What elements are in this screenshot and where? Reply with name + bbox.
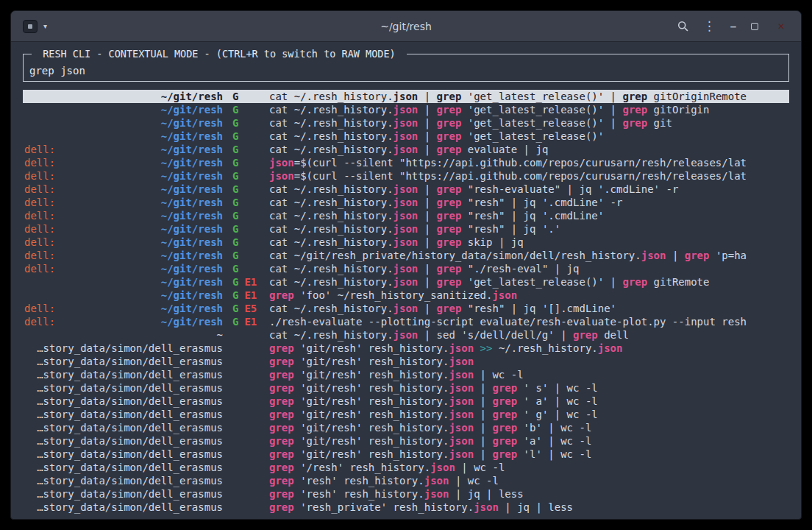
history-row[interactable]: ~/git/resh G cat ~/.resh_history.json | … [23, 130, 789, 143]
history-row[interactable]: dell: ~/git/resh G json=$(curl --silent … [23, 156, 789, 169]
host-label: dell: [24, 222, 55, 236]
history-row[interactable]: dell: ~/git/resh G cat ~/.resh_history.j… [23, 143, 789, 156]
query-match: grep [437, 144, 462, 155]
command-text: cat ~/.resh_history.json | grep "resh" |… [269, 302, 789, 315]
tab-dropdown-caret-icon: ▾ [43, 23, 47, 30]
history-row[interactable]: …story_data/simon/dell_erasmus grep 'res… [23, 487, 789, 501]
command-text: grep 'git/resh' resh_history.json [269, 355, 789, 368]
directory-label: ~/git/resh [161, 315, 223, 328]
menu-button[interactable]: ⋮ [703, 20, 716, 32]
restore-button[interactable] [751, 23, 758, 30]
context-cell: dell: ~/git/resh [23, 209, 223, 222]
directory-label: ~/git/resh [161, 116, 223, 130]
command-text: grep 'resh_private' resh_history.json | … [269, 501, 789, 514]
history-row[interactable]: …story_data/simon/dell_erasmus grep 'git… [23, 434, 789, 448]
context-cell: dell: ~/git/resh [23, 143, 223, 156]
command-text: json=$(curl --silent "https://api.github… [269, 156, 789, 169]
history-row[interactable]: …story_data/simon/dell_erasmus grep 'git… [23, 448, 789, 461]
query-match: json [449, 395, 474, 407]
terminal-tab-button[interactable]: ▾ [23, 20, 47, 33]
query-match: json [393, 263, 419, 275]
exit-error-flag: E1 [244, 315, 257, 328]
query-match: grep [269, 356, 294, 367]
flags-cell: G [223, 103, 269, 116]
command-text: cat ~/git/resh_private/history_data/simo… [269, 249, 789, 262]
query-match: json [269, 170, 294, 182]
flags-cell [223, 342, 269, 355]
host-label: dell: [24, 143, 55, 156]
history-row[interactable]: dell: ~/git/resh G json=$(curl --silent … [23, 169, 789, 183]
flags-cell: G [223, 143, 269, 156]
history-row[interactable]: …story_data/simon/dell_erasmus grep 'git… [23, 381, 789, 395]
query-match: grep [492, 395, 517, 407]
search-query-input[interactable]: grep json [29, 64, 783, 77]
history-row[interactable]: dell: ~/git/resh G cat ~/git/resh_privat… [23, 249, 789, 262]
history-row[interactable]: …story_data/simon/dell_erasmus grep 'git… [23, 408, 789, 421]
command-text: cat ~/.resh_history.json | sed 's/dell/d… [269, 328, 789, 342]
query-match: grep [269, 422, 294, 434]
command-text: grep 'git/resh' resh_history.json | grep… [269, 408, 789, 421]
history-row[interactable]: …story_data/simon/dell_erasmus grep 'git… [23, 355, 789, 368]
history-row[interactable]: …story_data/simon/dell_erasmus grep 'res… [23, 501, 789, 514]
command-text: json=$(curl --silent "https://api.github… [269, 169, 789, 183]
history-row[interactable]: …story_data/simon/dell_erasmus grep 'git… [23, 395, 789, 408]
directory-label: …story_data/simon/dell_erasmus [37, 368, 223, 381]
query-match: json [393, 117, 419, 129]
host-label: dell: [24, 249, 55, 262]
query-match: json [393, 276, 419, 288]
titlebar[interactable]: ▾ ~/git/resh ⋮ – ✕ [11, 11, 801, 42]
flags-cell: G [223, 116, 269, 130]
query-match: grep [492, 435, 517, 447]
host-label: dell: [24, 169, 55, 183]
flags-cell [223, 434, 269, 448]
history-row[interactable]: …story_data/simon/dell_erasmus grep 'git… [23, 342, 789, 355]
minimize-button[interactable]: – [730, 21, 736, 32]
history-row[interactable]: dell: ~/git/resh G cat ~/.resh_history.j… [23, 209, 789, 222]
close-button[interactable]: ✕ [773, 18, 789, 35]
query-match: json [449, 342, 474, 354]
query-match: grep [437, 117, 462, 129]
context-cell: dell: ~/git/resh [23, 169, 223, 183]
command-text: cat ~/.resh_history.json | grep "resh" |… [269, 222, 789, 236]
history-row[interactable]: dell: ~/git/resh G cat ~/.resh_history.j… [23, 196, 789, 209]
history-row[interactable]: …story_data/simon/dell_erasmus grep 'git… [23, 421, 789, 434]
context-cell: …story_data/simon/dell_erasmus [23, 381, 223, 395]
context-cell: dell: ~/git/resh [23, 302, 223, 315]
search-button[interactable] [677, 21, 688, 32]
history-row[interactable]: …story_data/simon/dell_erasmus grep 'res… [23, 474, 789, 487]
flags-cell [223, 395, 269, 408]
history-row[interactable]: …story_data/simon/dell_erasmus grep '/re… [23, 461, 789, 474]
history-row[interactable]: ~/git/resh G cat ~/.resh_history.json | … [23, 90, 789, 103]
history-row[interactable]: ~ cat ~/.resh_history.json | sed 's/dell… [23, 328, 789, 342]
history-row[interactable]: dell: ~/git/resh G cat ~/.resh_history.j… [23, 236, 789, 249]
directory-label: ~/git/resh [161, 169, 223, 183]
query-match: json [393, 144, 419, 155]
context-cell: …story_data/simon/dell_erasmus [23, 368, 223, 381]
history-row[interactable]: ~/git/resh GE1 grep 'foo' ~/resh_history… [23, 289, 789, 302]
history-row[interactable]: dell: ~/git/resh G cat ~/.resh_history.j… [23, 183, 789, 196]
host-label: dell: [24, 156, 55, 169]
git-flag: G [232, 315, 238, 328]
directory-label: ~/git/resh [161, 103, 223, 116]
query-match: grep [269, 462, 294, 473]
window-title: ~/git/resh [380, 21, 432, 32]
directory-label: ~/git/resh [161, 130, 223, 143]
flags-cell: G [223, 196, 269, 209]
query-match: json [430, 462, 455, 473]
history-row[interactable]: ~/git/resh G cat ~/.resh_history.json | … [23, 103, 789, 116]
query-match: grep [685, 250, 710, 261]
history-row[interactable]: dell: ~/git/resh GE1 ./resh-evaluate --p… [23, 315, 789, 328]
context-cell: …story_data/simon/dell_erasmus [23, 421, 223, 434]
flags-cell [223, 474, 269, 487]
git-flag: G [232, 289, 238, 302]
history-row[interactable]: ~/git/resh GE1 cat ~/.resh_history.json … [23, 275, 789, 289]
git-flag: G [232, 196, 238, 209]
context-cell: dell: ~/git/resh [23, 262, 223, 275]
history-row[interactable]: ~/git/resh G cat ~/.resh_history.json | … [23, 116, 789, 130]
query-match: json [449, 409, 474, 420]
history-row[interactable]: dell: ~/git/resh G cat ~/.resh_history.j… [23, 222, 789, 236]
history-row[interactable]: dell: ~/git/resh G cat ~/.resh_history.j… [23, 262, 789, 275]
history-row[interactable]: dell: ~/git/resh GE5 cat ~/.resh_history… [23, 302, 789, 315]
command-text: ./resh-evaluate --plotting-script evalua… [269, 315, 789, 328]
history-row[interactable]: …story_data/simon/dell_erasmus grep 'git… [23, 368, 789, 381]
